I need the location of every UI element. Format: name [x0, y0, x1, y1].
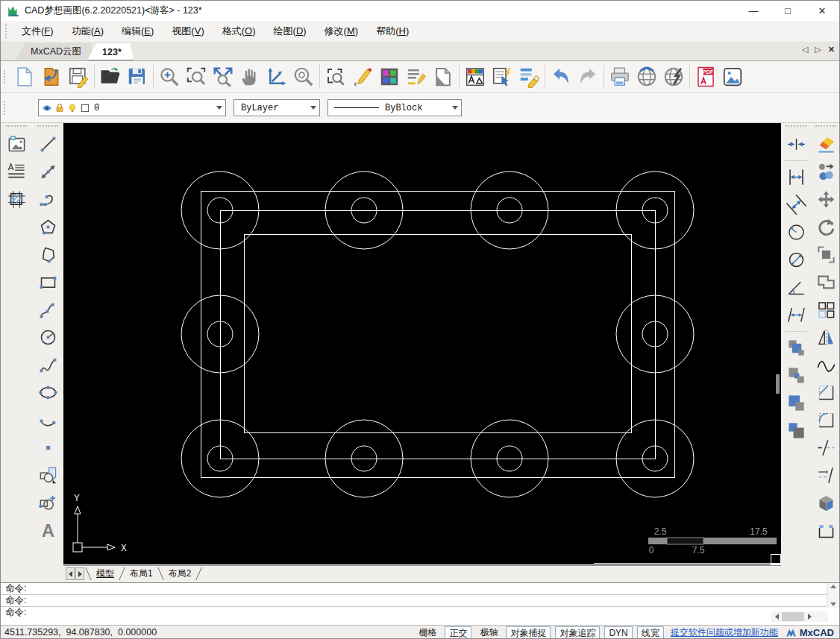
canvas-scrollbar-thumb[interactable] [776, 374, 780, 394]
copy-button[interactable] [812, 158, 839, 186]
drawing-viewport[interactable]: YX2.517.507.5 [63, 123, 781, 564]
command-window[interactable]: 命令:命令:命令: [1, 582, 839, 625]
zoom-extents-button[interactable] [210, 63, 236, 91]
status-toggle-对象追踪[interactable]: 对象追踪 [555, 626, 600, 639]
ucs-axes-button[interactable] [263, 63, 290, 91]
menubar-grip[interactable] [5, 25, 9, 38]
layerbar-grip[interactable] [4, 101, 7, 115]
pan-hand-button[interactable] [236, 63, 263, 91]
feedback-link[interactable]: 提交软件问题或增加新功能 [671, 626, 778, 639]
array-button[interactable] [812, 296, 839, 324]
linetype-select-chevron-icon[interactable] [448, 100, 461, 116]
lengthen-button[interactable] [812, 462, 839, 489]
command-input-line[interactable]: 命令: [1, 607, 839, 625]
layout-tab-model[interactable]: 模型 [92, 567, 119, 581]
break-button[interactable] [812, 434, 839, 462]
pdf-export-button[interactable]: PDF [692, 63, 719, 91]
dim-aligned-button[interactable] [783, 191, 809, 218]
menu-file[interactable]: 文件(F) [13, 22, 63, 41]
zoom-add-button[interactable] [156, 63, 183, 91]
scale-button[interactable] [812, 241, 839, 268]
status-toggle-对象捕捉[interactable]: 对象捕捉 [506, 626, 551, 639]
match-properties-button[interactable] [515, 63, 542, 91]
layers-stack-icon[interactable] [11, 95, 38, 122]
save-as-button[interactable] [124, 63, 151, 91]
xline-button[interactable] [34, 158, 61, 186]
menu-function[interactable]: 功能(A) [63, 22, 113, 41]
toolbar-grip[interactable] [815, 125, 836, 129]
fillet-button[interactable] [812, 406, 839, 434]
plate-rectangle[interactable] [245, 235, 632, 433]
properties-pencil-icon[interactable] [469, 95, 496, 122]
dim-angular-button[interactable] [783, 274, 809, 301]
tab-close-icon[interactable]: ✕ [828, 45, 835, 54]
scroll-down-icon[interactable] [830, 602, 836, 606]
scroll-right-icon[interactable] [804, 611, 815, 622]
dim-linear-button[interactable] [783, 163, 809, 191]
mtext-button[interactable] [3, 158, 30, 186]
offset-button[interactable] [812, 268, 839, 296]
redo-button[interactable] [574, 63, 601, 91]
mirror-button[interactable] [812, 324, 839, 351]
line-button[interactable] [34, 130, 61, 158]
rotate-button[interactable] [812, 213, 839, 241]
dim-distance-button[interactable] [783, 301, 809, 329]
rectangle-button[interactable] [34, 268, 61, 296]
order-front-button[interactable] [783, 334, 809, 362]
text-edit-button[interactable] [403, 63, 430, 91]
page-setup-button[interactable] [430, 63, 457, 91]
layout-scroll-right-icon[interactable] [75, 567, 84, 580]
tab-scroll-left-icon[interactable]: ◁ [802, 45, 808, 54]
print-button[interactable] [607, 63, 633, 91]
status-toggle-线宽[interactable]: 线宽 [637, 626, 664, 639]
color-select-chevron-icon[interactable] [307, 100, 319, 116]
close-button[interactable]: ✕ [805, 1, 839, 21]
scroll-up-icon[interactable] [830, 585, 836, 588]
polyline-arc-button[interactable] [34, 296, 61, 324]
status-toggle-栅格[interactable]: 栅格 [415, 626, 440, 639]
block-create-button[interactable] [34, 489, 61, 517]
polygon-free-button[interactable] [34, 241, 61, 268]
menu-format[interactable]: 格式(O) [213, 22, 265, 41]
move-button[interactable] [812, 186, 839, 213]
zoom-center-button[interactable] [290, 63, 317, 91]
status-toggle-极轴[interactable]: 极轴 [476, 626, 501, 639]
layer-select-chevron-icon[interactable] [213, 100, 225, 116]
save-button[interactable] [65, 63, 92, 91]
dim-quick-button[interactable] [783, 130, 809, 158]
dim-diameter-button[interactable] [783, 246, 809, 274]
scrollbar-thumb[interactable] [782, 612, 804, 621]
order-below-button[interactable] [783, 417, 809, 444]
web-publish-button[interactable] [633, 63, 660, 91]
document-tab-cloud[interactable]: MxCAD云图 [16, 43, 93, 60]
block-insert-button[interactable] [34, 462, 61, 489]
scroll-left-icon[interactable] [771, 611, 782, 622]
toolbar-grip[interactable] [37, 125, 58, 129]
open-cloud-button[interactable] [38, 63, 65, 91]
status-toggle-正交[interactable]: 正交 [445, 626, 471, 639]
layout-tab-layout1[interactable]: 布局1 [125, 567, 157, 581]
draw-pencil-button[interactable] [349, 63, 376, 91]
arc-button[interactable] [34, 186, 61, 213]
tab-scroll-right-icon[interactable]: ▷ [815, 45, 821, 54]
menu-help[interactable]: 帮助(H) [367, 22, 418, 41]
status-toggle-DYN[interactable]: DYN [604, 626, 632, 639]
plate-rectangle[interactable] [221, 211, 656, 459]
stretch-button[interactable] [812, 517, 839, 544]
web-upload-button[interactable] [660, 63, 687, 91]
toolbar-grip[interactable] [4, 70, 7, 84]
menu-draw[interactable]: 绘图(D) [265, 22, 316, 41]
layer-properties-button[interactable] [462, 63, 489, 91]
spline-button[interactable] [34, 351, 61, 379]
layout-scroll-left-icon[interactable] [66, 567, 75, 580]
zoom-window-button[interactable] [183, 63, 210, 91]
arc-start-button[interactable] [34, 406, 61, 434]
named-view-button[interactable] [322, 63, 349, 91]
menu-modify[interactable]: 修改(M) [316, 22, 368, 41]
point-button[interactable] [34, 434, 61, 462]
insert-image-button[interactable] [3, 130, 30, 158]
order-above-button[interactable] [783, 389, 809, 417]
minimize-button[interactable]: — [736, 1, 771, 21]
dim-radius-button[interactable] [783, 218, 809, 246]
color-palette-button[interactable] [376, 63, 403, 91]
